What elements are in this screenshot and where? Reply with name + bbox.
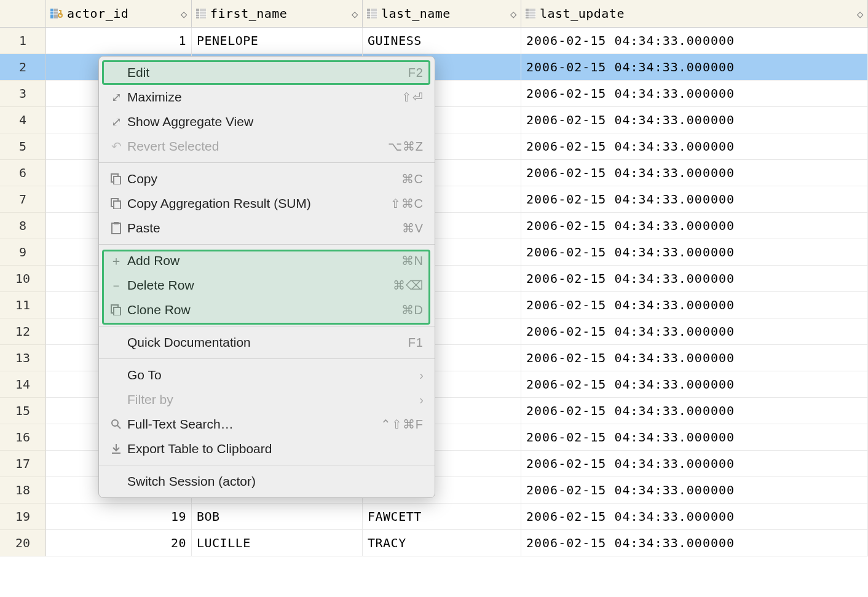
cell-last_update[interactable]: 2006-02-15 04:34:33.000000	[521, 504, 868, 530]
column-header-label: first_name	[210, 6, 287, 21]
cell-last_update[interactable]: 2006-02-15 04:34:33.000000	[521, 54, 868, 81]
cell-last_update[interactable]: 2006-02-15 04:34:33.000000	[521, 345, 868, 371]
cell-last_update[interactable]: 2006-02-15 04:34:33.000000	[521, 477, 868, 504]
cell-last_update[interactable]: 2006-02-15 04:34:33.000000	[521, 107, 868, 133]
sort-icon[interactable]: ◇	[857, 7, 864, 20]
row-number-cell[interactable]: 20	[0, 530, 46, 556]
menu-item-shortcut: ⌘V	[402, 221, 424, 235]
cell-last_update[interactable]: 2006-02-15 04:34:33.000000	[521, 266, 868, 292]
menu-item-shortcut: ⌥⌘Z	[388, 139, 424, 154]
column-header-last_name[interactable]: last_name◇	[363, 0, 521, 28]
row-number-cell[interactable]: 4	[0, 107, 46, 133]
cell-last_name[interactable]: TRACY	[363, 530, 521, 556]
svg-rect-23	[114, 176, 120, 184]
row-number-cell[interactable]: 2	[0, 54, 46, 81]
menu-item-shortcut: ⇧⌘C	[390, 196, 424, 211]
cell-last_update[interactable]: 2006-02-15 04:34:33.000000	[521, 451, 868, 477]
column-header-first_name[interactable]: first_name◇	[192, 0, 363, 28]
row-number-cell[interactable]: 15	[0, 398, 46, 424]
menu-item-paste[interactable]: Paste⌘V	[99, 216, 435, 240]
row-number-cell[interactable]: 11	[0, 292, 46, 318]
menu-item-clone-row[interactable]: Clone Row⌘D	[99, 298, 435, 322]
cell-first_name[interactable]: LUCILLE	[192, 530, 363, 556]
cell-last_update[interactable]: 2006-02-15 04:34:33.000000	[521, 398, 868, 424]
menu-item-label: Filter by	[127, 392, 419, 407]
minus-icon: －	[108, 277, 125, 294]
cell-actor_id[interactable]: 1	[46, 28, 192, 54]
menu-item-copy-aggregation-result-sum[interactable]: Copy Aggregation Result (SUM)⇧⌘C	[99, 191, 435, 216]
menu-item-add-row[interactable]: ＋Add Row⌘N	[99, 248, 435, 273]
sort-icon[interactable]: ◇	[352, 7, 358, 20]
copy-icon	[108, 198, 125, 209]
menu-item-edit[interactable]: EditF2	[99, 60, 435, 85]
cell-last_update[interactable]: 2006-02-15 04:34:33.000000	[521, 424, 868, 451]
cell-actor_id[interactable]: 19	[46, 504, 192, 530]
cell-last_update[interactable]: 2006-02-15 04:34:33.000000	[521, 133, 868, 160]
menu-item-copy[interactable]: Copy⌘C	[99, 167, 435, 191]
cell-last_update[interactable]: 2006-02-15 04:34:33.000000	[521, 530, 868, 556]
menu-item-full-text-search[interactable]: Full-Text Search…⌃⇧⌘F	[99, 412, 435, 437]
svg-line-31	[117, 425, 120, 429]
row-number-cell[interactable]: 12	[0, 318, 46, 345]
maximize-icon: ⤢	[108, 114, 125, 129]
row-number-cell[interactable]: 3	[0, 81, 46, 107]
row-number-cell[interactable]: 5	[0, 133, 46, 160]
svg-rect-16	[366, 16, 377, 17]
row-number-cell[interactable]: 18	[0, 477, 46, 504]
menu-item-label: Paste	[127, 221, 402, 235]
row-number-cell[interactable]: 10	[0, 266, 46, 292]
download-icon	[108, 443, 125, 454]
row-number-cell[interactable]: 8	[0, 213, 46, 239]
menu-item-maximize[interactable]: ⤢Maximize⇧⏎	[99, 85, 435, 109]
cell-last_update[interactable]: 2006-02-15 04:34:33.000000	[521, 28, 868, 54]
menu-item-shortcut: ⌘⌫	[393, 278, 424, 293]
cell-last_update[interactable]: 2006-02-15 04:34:33.000000	[521, 160, 868, 186]
svg-rect-10	[195, 14, 207, 15]
grid-corner	[0, 0, 46, 28]
svg-rect-9	[195, 11, 207, 12]
cell-last_update[interactable]: 2006-02-15 04:34:33.000000	[521, 371, 868, 398]
menu-item-label: Add Row	[127, 253, 401, 268]
cell-last_name[interactable]: FAWCETT	[363, 504, 521, 530]
menu-item-delete-row[interactable]: －Delete Row⌘⌫	[99, 273, 435, 298]
menu-item-shortcut: ⌘D	[401, 302, 424, 317]
svg-rect-15	[366, 14, 377, 15]
paste-icon	[108, 222, 125, 234]
row-number-cell[interactable]: 1	[0, 28, 46, 54]
menu-item-show-aggregate-view[interactable]: ⤢Show Aggregate View	[99, 109, 435, 134]
cell-last_update[interactable]: 2006-02-15 04:34:33.000000	[521, 186, 868, 213]
sort-icon[interactable]: ◇	[181, 7, 187, 20]
menu-item-switch-session-actor[interactable]: Switch Session (actor)	[99, 469, 435, 494]
plus-icon: ＋	[108, 253, 125, 269]
menu-item-go-to[interactable]: Go To›	[99, 363, 435, 387]
cell-last_update[interactable]: 2006-02-15 04:34:33.000000	[521, 213, 868, 239]
menu-item-shortcut: ⌘N	[401, 253, 424, 268]
cell-last_update[interactable]: 2006-02-15 04:34:33.000000	[521, 318, 868, 345]
menu-item-export-table-to-clipboard[interactable]: Export Table to Clipboard	[99, 437, 435, 461]
cell-last_name[interactable]: GUINESS	[363, 28, 521, 54]
row-number-cell[interactable]: 19	[0, 504, 46, 530]
row-number-cell[interactable]: 7	[0, 186, 46, 213]
row-number-cell[interactable]: 13	[0, 345, 46, 371]
row-number-cell[interactable]: 17	[0, 451, 46, 477]
cell-first_name[interactable]: PENELOPE	[192, 28, 363, 54]
row-number-cell[interactable]: 16	[0, 424, 46, 451]
column-icon	[195, 8, 207, 19]
menu-item-label: Copy Aggregation Result (SUM)	[127, 196, 390, 211]
cell-last_update[interactable]: 2006-02-15 04:34:33.000000	[521, 292, 868, 318]
menu-item-quick-documentation[interactable]: Quick DocumentationF1	[99, 330, 435, 355]
column-header-label: actor_id	[67, 6, 128, 21]
cell-last_update[interactable]: 2006-02-15 04:34:33.000000	[521, 81, 868, 107]
sort-icon[interactable]: ◇	[510, 7, 517, 20]
row-number-cell[interactable]: 6	[0, 160, 46, 186]
menu-item-label: Show Aggregate View	[127, 114, 424, 129]
column-header-actor_id[interactable]: actor_id◇	[46, 0, 192, 28]
menu-item-label: Export Table to Clipboard	[127, 441, 424, 456]
cell-last_update[interactable]: 2006-02-15 04:34:33.000000	[521, 239, 868, 266]
column-header-last_update[interactable]: last_update◇	[521, 0, 868, 28]
row-number-cell[interactable]: 14	[0, 371, 46, 398]
cell-first_name[interactable]: BOB	[192, 504, 363, 530]
clone-icon	[108, 304, 125, 315]
cell-actor_id[interactable]: 20	[46, 530, 192, 556]
row-number-cell[interactable]: 9	[0, 239, 46, 266]
